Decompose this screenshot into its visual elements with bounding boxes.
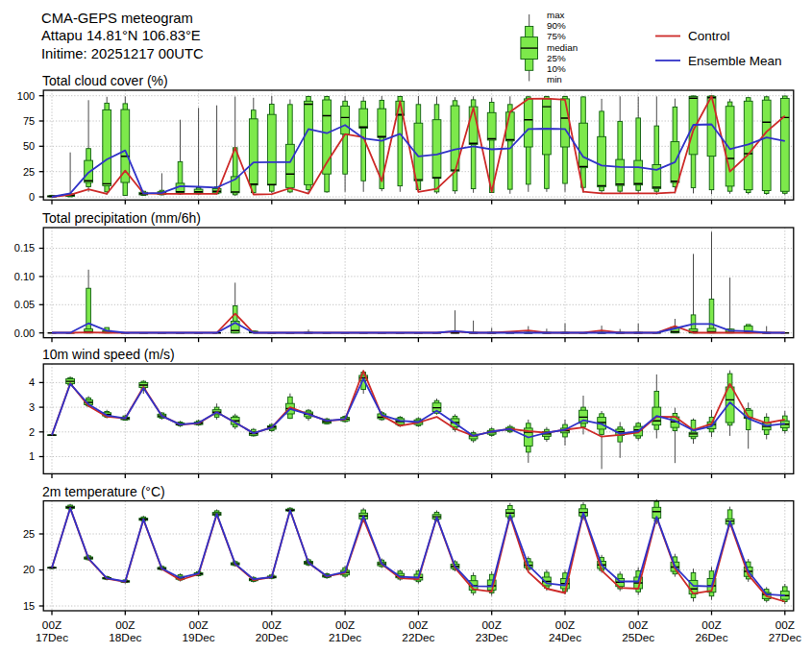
svg-text:1: 1 [29, 450, 35, 462]
svg-text:00Z: 00Z [408, 618, 428, 632]
svg-text:min: min [547, 74, 562, 85]
svg-text:20: 20 [23, 564, 35, 575]
svg-text:0.15: 0.15 [14, 242, 35, 254]
svg-text:0: 0 [29, 191, 35, 203]
svg-text:2: 2 [29, 426, 35, 438]
svg-text:00Z: 00Z [701, 618, 721, 632]
svg-text:24Dec: 24Dec [549, 631, 581, 644]
svg-text:3: 3 [29, 401, 35, 413]
svg-text:00Z: 00Z [335, 618, 355, 632]
svg-text:50: 50 [23, 140, 35, 152]
svg-text:20Dec: 20Dec [256, 631, 288, 644]
svg-text:00Z: 00Z [775, 618, 795, 632]
svg-text:4: 4 [29, 376, 35, 388]
svg-text:23Dec: 23Dec [476, 631, 508, 644]
svg-text:00Z: 00Z [482, 618, 502, 632]
svg-text:75%: 75% [547, 31, 566, 41]
svg-text:75: 75 [23, 115, 35, 127]
svg-text:00Z: 00Z [555, 618, 575, 632]
svg-text:10m wind speed (m/s): 10m wind speed (m/s) [42, 347, 175, 362]
svg-text:Total precipitation (mm/6h): Total precipitation (mm/6h) [42, 210, 201, 226]
svg-text:25: 25 [23, 528, 35, 540]
svg-text:22Dec: 22Dec [402, 631, 434, 644]
svg-text:Initime: 20251217 00UTC: Initime: 20251217 00UTC [41, 46, 204, 61]
svg-text:25Dec: 25Dec [622, 631, 654, 644]
svg-text:00Z: 00Z [42, 618, 62, 632]
svg-text:median: median [547, 42, 578, 53]
svg-text:CMA-GEPS meteogram: CMA-GEPS meteogram [41, 11, 193, 26]
svg-text:0.00: 0.00 [14, 327, 35, 339]
svg-text:25%: 25% [547, 53, 566, 63]
svg-text:0.05: 0.05 [14, 299, 35, 310]
svg-text:18Dec: 18Dec [109, 631, 141, 644]
svg-text:00Z: 00Z [188, 618, 208, 632]
svg-text:100: 100 [17, 90, 35, 102]
svg-text:21Dec: 21Dec [329, 631, 361, 644]
svg-text:00Z: 00Z [628, 618, 648, 632]
svg-text:Ensemble Mean: Ensemble Mean [688, 54, 782, 68]
svg-text:90%: 90% [547, 20, 566, 31]
svg-text:15: 15 [23, 600, 35, 612]
svg-text:25: 25 [23, 166, 35, 178]
svg-text:10%: 10% [547, 63, 566, 74]
svg-text:27Dec: 27Dec [769, 631, 801, 644]
svg-text:00Z: 00Z [262, 618, 282, 632]
svg-text:Total cloud cover (%): Total cloud cover (%) [42, 73, 168, 88]
svg-text:Control: Control [688, 29, 730, 43]
svg-text:Attapu 14.81°N 106.83°E: Attapu 14.81°N 106.83°E [41, 28, 201, 43]
svg-text:00Z: 00Z [115, 618, 135, 632]
svg-text:0.10: 0.10 [14, 271, 35, 282]
svg-text:19Dec: 19Dec [183, 631, 215, 644]
svg-text:2m temperature (°C): 2m temperature (°C) [42, 484, 165, 499]
svg-text:max: max [547, 10, 565, 20]
svg-text:26Dec: 26Dec [695, 631, 727, 644]
svg-text:17Dec: 17Dec [36, 631, 68, 644]
